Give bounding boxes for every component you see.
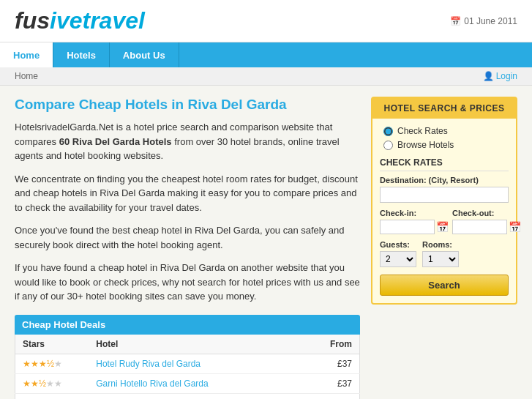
sidebar-title: HOTEL SEARCH & PRICES <box>372 98 516 119</box>
hotel-stars: ★★½★★ <box>15 373 89 393</box>
radio-check-rates[interactable]: Check Rates <box>383 126 505 136</box>
checkout-calendar-icon[interactable]: 📅 <box>509 221 521 233</box>
guests-rooms-row: Guests: 1 2 3 4 Rooms: 1 2 3 4 <box>380 240 509 267</box>
checkout-label: Check-out: <box>452 209 521 217</box>
guests-label: Guests: <box>380 240 416 249</box>
hotel-name[interactable]: Hotel Rudy Riva del Garda <box>89 354 310 373</box>
breadcrumb-path: Home <box>15 71 38 81</box>
check-rates-label: CHECK RATES <box>380 157 509 171</box>
checkin-label: Check-in: <box>380 209 449 217</box>
nav-item-about[interactable]: About Us <box>110 42 179 67</box>
date-text: 01 June 2011 <box>464 16 517 26</box>
checkin-field: Check-in: 📅 <box>380 209 449 234</box>
intro-paragraph-2: We concentrate on finding you the cheape… <box>15 172 360 215</box>
destination-input[interactable] <box>380 187 509 203</box>
calendar-icon: 📅 <box>450 16 461 26</box>
guests-field: Guests: 1 2 3 4 <box>380 240 416 267</box>
header: fusivetravel 📅 01 June 2011 <box>0 0 532 42</box>
checkin-input[interactable] <box>380 220 435 234</box>
logo: fusivetravel <box>15 7 145 34</box>
col-header-from: From <box>310 335 359 354</box>
deals-header: Cheap Hotel Deals <box>15 315 360 335</box>
radio-check-rates-label: Check Rates <box>397 126 448 136</box>
nav-item-home[interactable]: Home <box>0 42 53 67</box>
main-nav: Home Hotels About Us <box>0 42 532 67</box>
col-header-hotel: Hotel <box>89 335 310 354</box>
search-button[interactable]: Search <box>380 275 509 296</box>
logo-text-fus: fus <box>15 7 50 34</box>
rooms-select[interactable]: 1 2 3 4 <box>422 251 459 267</box>
hotel-price: £37 <box>310 354 359 373</box>
login-label: Login <box>496 71 517 81</box>
hotel-name[interactable]: Albergo Deva Riva del Garda <box>89 393 310 399</box>
radio-check-rates-input[interactable] <box>383 127 393 136</box>
intro-paragraph-3: Once you've found the best cheap hotel i… <box>15 223 360 252</box>
intro-paragraph-1: HotelsrivadelGarda.Net is a hotel price … <box>15 120 360 163</box>
destination-label: Destination: (City, Resort) <box>380 176 509 184</box>
table-row: ★★★½★Albergo Deva Riva del Garda£38 <box>15 393 360 399</box>
radio-browse-hotels-input[interactable] <box>383 141 393 150</box>
hotel-link[interactable]: Hotel Rudy Riva del Garda <box>96 359 201 369</box>
hotel-stars: ★★★½★ <box>15 354 89 373</box>
main-content: Compare Cheap Hotels in Riva Del Garda H… <box>0 86 532 399</box>
breadcrumb-bar: Home 👤 Login <box>0 67 532 86</box>
logo-text-travel: travel <box>82 7 144 34</box>
checkout-input[interactable] <box>452 220 507 234</box>
hotel-stars: ★★★½★ <box>15 393 89 399</box>
destination-group: Destination: (City, Resort) <box>380 176 509 203</box>
hotel-price: £38 <box>310 393 359 399</box>
date-row: Check-in: 📅 Check-out: 📅 <box>380 209 509 234</box>
radio-browse-hotels-label: Browse Hotels <box>397 140 454 150</box>
user-icon: 👤 <box>483 71 494 81</box>
col-header-stars: Stars <box>15 335 89 354</box>
intro-paragraph-4: If you have found a cheap hotel in Riva … <box>15 261 360 304</box>
page-title: Compare Cheap Hotels in Riva Del Garda <box>15 97 360 113</box>
hotel-name[interactable]: Garni Hotello Riva del Garda <box>89 373 310 393</box>
date-display: 📅 01 June 2011 <box>450 16 517 26</box>
right-sidebar: HOTEL SEARCH & PRICES Check Rates Browse… <box>371 97 517 399</box>
nav-item-hotels[interactable]: Hotels <box>53 42 110 67</box>
rooms-label: Rooms: <box>422 240 459 249</box>
sidebar-search-box: HOTEL SEARCH & PRICES Check Rates Browse… <box>371 97 517 305</box>
left-column: Compare Cheap Hotels in Riva Del Garda H… <box>15 97 360 399</box>
guests-select[interactable]: 1 2 3 4 <box>380 251 416 267</box>
logo-text-ive: ive <box>50 7 82 34</box>
search-type-radio-group: Check Rates Browse Hotels <box>380 126 509 150</box>
hotel-price: £37 <box>310 373 359 393</box>
hotel-link[interactable]: Garni Hotello Riva del Garda <box>96 379 208 389</box>
table-row: ★★★½★Hotel Rudy Riva del Garda£37 <box>15 354 360 373</box>
deals-section: Cheap Hotel Deals Stars Hotel From ★★★½★… <box>15 315 360 400</box>
table-row: ★★½★★Garni Hotello Riva del Garda£37 <box>15 373 360 393</box>
login-link[interactable]: 👤 Login <box>483 71 517 81</box>
checkout-field: Check-out: 📅 <box>452 209 521 234</box>
checkin-calendar-icon[interactable]: 📅 <box>436 221 449 233</box>
rooms-field: Rooms: 1 2 3 4 <box>422 240 459 267</box>
deals-table: Stars Hotel From ★★★½★Hotel Rudy Riva de… <box>15 335 360 400</box>
radio-browse-hotels[interactable]: Browse Hotels <box>383 140 505 150</box>
